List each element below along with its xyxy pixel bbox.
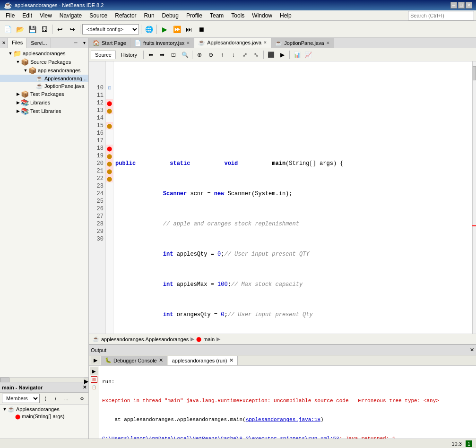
src-btn-zoom-in[interactable]: 🔍 bbox=[180, 50, 190, 60]
src-btn-replace[interactable]: ⊖ bbox=[206, 50, 216, 60]
tree-toggle-root[interactable]: ▼ bbox=[8, 51, 13, 56]
src-btn-forward[interactable]: ➡ bbox=[157, 50, 167, 60]
tab-fruits-close[interactable]: ✕ bbox=[186, 41, 190, 45]
gutter-btn-3[interactable]: 📋 bbox=[91, 384, 97, 390]
navigator-btn-3[interactable]: ... bbox=[61, 394, 71, 403]
tab-services[interactable]: Servi... bbox=[27, 38, 51, 48]
tree-item-package[interactable]: ▼ 📦 applesandoranges bbox=[0, 66, 88, 75]
code-content[interactable]: public static void main (String[] args) … bbox=[113, 61, 476, 334]
link-java-18[interactable]: Applesandoranges.java:18 bbox=[246, 417, 320, 422]
tab-applesandoranges-close[interactable]: ✕ bbox=[263, 40, 267, 45]
tab-run-output[interactable]: applesandoranges (run) ✕ bbox=[168, 356, 238, 365]
src-btn-find[interactable]: ⊕ bbox=[194, 50, 205, 60]
run-button[interactable]: ▶ bbox=[159, 24, 170, 35]
menu-help[interactable]: Help bbox=[276, 11, 295, 20]
tree-item-test-libraries[interactable]: ▶ 📚 Test Libraries bbox=[0, 107, 88, 115]
build-button[interactable]: 🌐 bbox=[143, 24, 155, 35]
error-expand-btn[interactable]: ⊟ bbox=[91, 376, 97, 383]
tree-toggle-lib[interactable]: ▶ bbox=[15, 100, 21, 105]
link-run-xml[interactable]: C:\Users\lanor\AppData\Local\NetBeans\Ca… bbox=[102, 436, 339, 439]
src-btn-chart1[interactable]: 📊 bbox=[292, 50, 302, 60]
stop-button[interactable]: ⏹ bbox=[196, 24, 207, 35]
tab-fruits-inventory[interactable]: 📄 fruits inventory.jsx ✕ bbox=[130, 38, 194, 48]
window-controls[interactable]: ─ □ ✕ bbox=[450, 2, 472, 9]
maximize-button[interactable]: □ bbox=[458, 2, 465, 9]
close-button[interactable]: ✕ bbox=[466, 2, 472, 9]
src-btn-nav1[interactable]: ↑ bbox=[217, 50, 227, 60]
bc-class[interactable]: applesandoranges.Applesandoranges bbox=[101, 336, 189, 342]
debugger-close[interactable]: ✕ bbox=[159, 357, 163, 363]
tab-applesandoranges[interactable]: ☕ Applesandoranges.java ✕ bbox=[194, 38, 271, 48]
menu-run[interactable]: Run bbox=[140, 11, 158, 20]
menu-edit[interactable]: Edit bbox=[18, 11, 36, 20]
menu-debug[interactable]: Debug bbox=[158, 11, 182, 20]
menu-view[interactable]: View bbox=[36, 11, 56, 20]
tab-joption-close[interactable]: ✕ bbox=[326, 41, 330, 45]
src-btn-nav2[interactable]: ↓ bbox=[228, 50, 239, 60]
menu-source[interactable]: Source bbox=[86, 11, 111, 20]
tab-start-page[interactable]: 🏠 Start Page bbox=[89, 38, 130, 48]
num-0-15: 0 bbox=[221, 311, 224, 319]
redo-button[interactable]: ↪ bbox=[67, 24, 78, 35]
tree-toggle-pkg[interactable]: ▼ bbox=[23, 68, 28, 73]
navigator-combo[interactable]: Members bbox=[2, 394, 40, 403]
bc-method[interactable]: main bbox=[203, 336, 215, 342]
menu-tools[interactable]: Tools bbox=[227, 11, 248, 20]
minimize-button[interactable]: ─ bbox=[450, 2, 457, 9]
config-dropdown[interactable]: <default config> bbox=[82, 24, 139, 34]
tab-joption[interactable]: ☕ JoptionPane.java ✕ bbox=[271, 38, 334, 48]
run-output-close[interactable]: ✕ bbox=[229, 357, 234, 363]
src-btn-toggle[interactable]: ⊡ bbox=[168, 50, 179, 60]
source-tab[interactable]: Source bbox=[91, 51, 116, 59]
debug-button[interactable]: ⏩ bbox=[171, 24, 182, 35]
src-btn-chart2[interactable]: 📈 bbox=[303, 50, 313, 60]
tree-toggle-tl[interactable]: ▶ bbox=[15, 109, 21, 113]
src-btn-expand[interactable]: ⤢ bbox=[240, 50, 250, 60]
history-tab[interactable]: History bbox=[117, 51, 141, 59]
output-run-btn[interactable]: ▶ bbox=[91, 356, 100, 364]
profile-button[interactable]: ⏭ bbox=[183, 24, 195, 35]
tab-files[interactable]: Files bbox=[8, 38, 27, 48]
menu-window[interactable]: Window bbox=[248, 11, 276, 20]
tree-item-root[interactable]: ▼ 📁 applesandoranges bbox=[0, 49, 88, 58]
menu-navigate[interactable]: Navigate bbox=[56, 11, 86, 20]
right-scrollbar[interactable] bbox=[472, 61, 476, 334]
search-input[interactable] bbox=[408, 11, 474, 20]
panel-minimize-button[interactable]: ─ bbox=[71, 39, 80, 47]
undo-button[interactable]: ↩ bbox=[54, 24, 66, 35]
src-btn-run[interactable]: ▶ bbox=[277, 50, 287, 60]
src-btn-back[interactable]: ⬅ bbox=[146, 50, 156, 60]
output-close-button[interactable]: ✕ bbox=[470, 347, 474, 353]
tree-item-applesandoranges-java[interactable]: ☕ Applesandorang... bbox=[0, 75, 88, 82]
src-btn-stop[interactable]: ⬛ bbox=[266, 50, 276, 60]
gutter-run-btn[interactable]: ▶ bbox=[90, 367, 98, 375]
tree-item-libraries[interactable]: ▶ 📚 Libraries bbox=[0, 98, 88, 107]
nav-toggle-class[interactable]: ▼ bbox=[2, 407, 8, 412]
tree-item-test-packages[interactable]: ▶ 📦 Test Packages bbox=[0, 90, 88, 98]
left-panel-hscroll[interactable]: ▶ bbox=[0, 377, 88, 382]
save-button[interactable]: 💾 bbox=[26, 24, 38, 35]
panel-maximize-button[interactable]: ▾ bbox=[80, 39, 88, 47]
navigator-btn-1[interactable]: ⟨ bbox=[41, 394, 50, 403]
code-editor[interactable]: 10 11 12 13 14 15 16 17 18 19 20 21 22 2… bbox=[89, 61, 476, 334]
tree-toggle-tp[interactable]: ▶ bbox=[15, 92, 21, 96]
menu-refactor[interactable]: Refactor bbox=[111, 11, 140, 20]
nav-tree-item-class[interactable]: ▼ ☕ Applesandoranges bbox=[2, 405, 87, 413]
navigator-btn-2[interactable]: ⟨ bbox=[51, 394, 61, 403]
open-project-button[interactable]: 📂 bbox=[14, 24, 26, 35]
tree-item-joption[interactable]: ☕ JoptionPane.java bbox=[0, 82, 88, 90]
tree-toggle-sp[interactable]: ▼ bbox=[15, 60, 21, 64]
nav-tree-item-main[interactable]: ⬤ main(String[] args) bbox=[2, 413, 87, 420]
menu-profile[interactable]: Profile bbox=[182, 11, 206, 20]
menu-team[interactable]: Team bbox=[206, 11, 227, 20]
menu-file[interactable]: File bbox=[2, 11, 18, 20]
navigator-close-button[interactable]: ✕ bbox=[83, 385, 87, 390]
tree-item-source-packages[interactable]: ▼ 📦 Source Packages bbox=[0, 58, 88, 66]
tab-projects[interactable]: ✕ bbox=[0, 38, 8, 48]
joption-tab-icon: ☕ bbox=[275, 40, 282, 46]
new-project-button[interactable]: 📄 bbox=[2, 24, 13, 35]
tab-debugger-console[interactable]: 🐛 Debugger Console ✕ bbox=[101, 356, 167, 365]
navigator-settings-btn[interactable]: ⚙ bbox=[77, 394, 87, 403]
src-btn-collapse[interactable]: ⤡ bbox=[251, 50, 261, 60]
save-all-button[interactable]: 🖫 bbox=[39, 24, 50, 35]
